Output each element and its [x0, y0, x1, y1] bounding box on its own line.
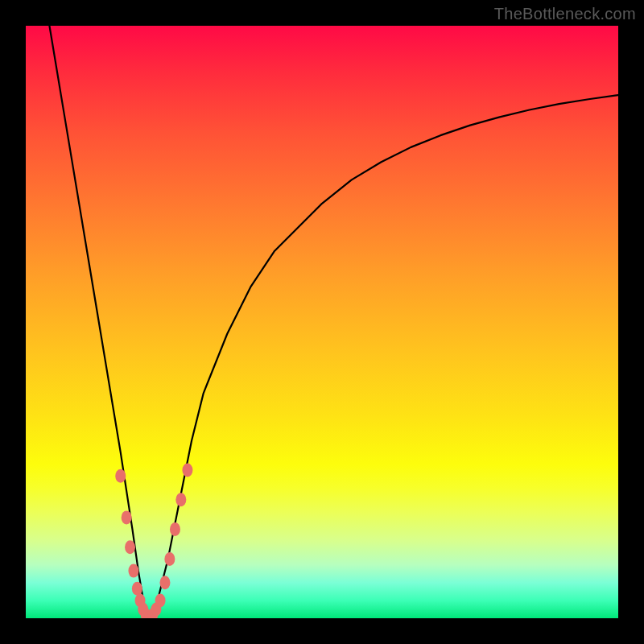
- marker-dot: [141, 609, 151, 618]
- marker-dot: [138, 602, 148, 616]
- marker-dot: [175, 493, 186, 506]
- marker-dot: [144, 612, 155, 619]
- marker-dot: [147, 609, 158, 618]
- chart-markers: [115, 464, 192, 619]
- marker-dot: [128, 564, 138, 578]
- marker-dot: [132, 582, 142, 596]
- marker-dot: [125, 540, 135, 554]
- marker-dot: [115, 469, 126, 483]
- marker-dot: [155, 593, 166, 607]
- marker-dot: [135, 593, 146, 607]
- chart-svg-layer: [26, 26, 618, 618]
- marker-dot: [151, 602, 161, 616]
- marker-dot: [159, 576, 170, 589]
- marker-dot: [170, 522, 180, 536]
- chart-plot-area: [26, 26, 618, 618]
- marker-dot: [164, 552, 175, 566]
- chart-frame: TheBottleneck.com: [0, 0, 644, 644]
- bottleneck-curve: [49, 26, 618, 618]
- marker-dot: [122, 510, 132, 524]
- marker-dot: [182, 464, 192, 477]
- watermark-text: TheBottleneck.com: [494, 5, 636, 23]
